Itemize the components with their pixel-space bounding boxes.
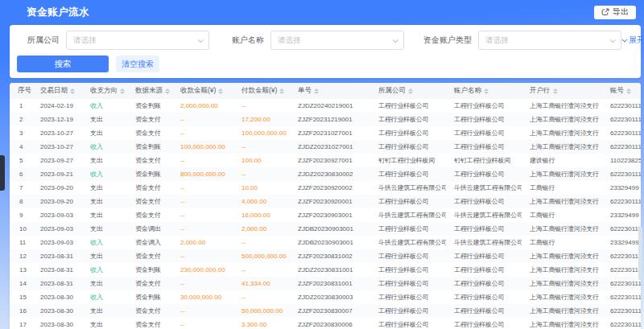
cell-account_no: 23329499: [602, 181, 641, 195]
column-header-company[interactable]: 所属公司: [370, 83, 446, 99]
column-header-label: 收支方向: [90, 86, 118, 96]
cell-index: 9: [10, 208, 32, 222]
table-row: 112023-09-03收入资金调入2,000.00--ZJDB20230903…: [10, 236, 641, 249]
cell-index: 1: [10, 99, 32, 113]
title-bar: 资金账户流水 导出: [0, 0, 644, 24]
cell-direction: 支出: [82, 222, 127, 236]
cell-direction: 收入: [82, 140, 127, 154]
table-row: 122023-08-31支出资金支付--500,000,000.00ZJZF20…: [10, 249, 641, 263]
cell-source: 资金支付: [127, 113, 172, 126]
sort-carets-icon: [553, 88, 558, 94]
cell-date: 2023-12-19: [32, 113, 82, 126]
cell-income: --: [172, 249, 233, 263]
cell-company: 工程行业样板公司: [370, 318, 446, 329]
cell-source: 资金支付: [127, 181, 172, 195]
cell-account_no: 23329499: [602, 208, 641, 222]
cell-doc_no: ZJZF20230920002: [290, 181, 370, 195]
export-button[interactable]: 导出: [594, 6, 636, 19]
cell-date: 2023-10-27: [32, 126, 82, 140]
cell-direction: 支出: [82, 208, 127, 222]
filter-group-account-type: 资金账户类型 请选择: [423, 31, 621, 50]
cell-doc_no: ZJDZ20240219001: [290, 99, 370, 113]
cell-source: 资金支付: [127, 195, 172, 208]
account-name-filter-select[interactable]: 请选择: [270, 31, 404, 50]
company-filter-placeholder: 请选择: [73, 35, 97, 46]
cell-account_name: 斗拱云建筑工程有限公司: [446, 208, 522, 222]
cell-index: 7: [10, 181, 32, 195]
cell-date: 2023-08-30: [32, 304, 82, 318]
cell-account_no: 622230111: [602, 195, 641, 208]
column-header-label: 付款金额(¥): [242, 86, 277, 96]
cell-bank: 上海工商银行漕河泾支行: [522, 249, 602, 263]
cell-date: 2023-09-03: [32, 236, 82, 249]
cell-income: --: [172, 181, 233, 195]
export-icon: [601, 8, 609, 16]
column-header-account_name[interactable]: 账户名称: [446, 83, 522, 99]
cell-payment: --: [233, 263, 290, 277]
cell-doc_no: ZJDB20230903001: [290, 236, 370, 249]
search-button[interactable]: 搜索: [17, 56, 109, 72]
cell-account_no: 622230111: [602, 126, 641, 140]
cell-doc_no: ZJDB20230903001: [290, 222, 370, 236]
cell-payment: 100.00: [233, 154, 290, 167]
column-header-bank[interactable]: 开户行: [522, 83, 602, 99]
cell-payment: 16,000.00: [233, 208, 290, 222]
expand-filters-link[interactable]: 展开筛选: [621, 35, 644, 46]
scrollbar-thumb[interactable]: [638, 227, 642, 280]
cell-payment: 50,000,000.00: [233, 304, 290, 318]
filter-group-account-name: 账户名称 请选择: [232, 31, 404, 50]
sort-carets-icon: [484, 88, 489, 94]
cell-doc_no: ZJZF20231027001: [290, 126, 370, 140]
cell-payment: --: [233, 99, 290, 113]
sort-carets-icon: [120, 88, 125, 94]
cell-income: --: [172, 318, 233, 329]
column-header-doc_no[interactable]: 单号: [290, 83, 370, 99]
cell-bank: 上海工商银行漕河泾支行: [522, 304, 602, 318]
cell-account_no: 622230111: [602, 249, 641, 263]
column-header-direction[interactable]: 收支方向: [82, 83, 127, 99]
cell-account_name: 工程行业样板公司: [446, 263, 522, 277]
cell-bank: 建设银行: [522, 154, 602, 167]
column-header-payment[interactable]: 付款金额(¥): [233, 83, 290, 99]
cell-income: --: [172, 195, 233, 208]
table-row: 62023-09-21收入资金到账800,000,000.00--ZJDZ202…: [10, 167, 641, 181]
cell-direction: 支出: [82, 304, 127, 318]
cell-direction: 收入: [82, 99, 127, 113]
cell-date: 2023-09-20: [32, 181, 82, 195]
clear-search-button[interactable]: 清空搜索: [116, 56, 159, 72]
page-title: 资金账户流水: [27, 6, 89, 19]
cell-bank: 上海工商银行漕河泾支行: [522, 113, 602, 126]
cell-bank: 上海工商银行漕河泾支行: [522, 99, 602, 113]
cell-date: 2023-09-27: [32, 154, 82, 167]
cell-account_no: 622230111: [602, 290, 641, 304]
chevron-down-icon: [621, 36, 627, 42]
cell-bank: 工商银行: [522, 208, 602, 222]
cell-source: 资金支付: [127, 277, 172, 290]
column-header-source[interactable]: 数据来源: [127, 83, 172, 99]
column-header-date[interactable]: 交易日期: [32, 83, 82, 99]
drawer-handle[interactable]: [0, 155, 5, 191]
cell-income: --: [172, 154, 233, 167]
cell-source: 资金支付: [127, 249, 172, 263]
cell-date: 2023-09-03: [32, 208, 82, 222]
company-filter-select[interactable]: 请选择: [66, 31, 209, 50]
column-header-account_no[interactable]: 账号: [602, 83, 641, 99]
cell-source: 资金调入: [127, 236, 172, 249]
table-row: 72023-09-20支出资金支付--10.00ZJZF20230920002斗…: [10, 181, 641, 195]
account-type-filter-select[interactable]: 请选择: [478, 31, 621, 50]
cell-account_name: 工程行业样板公司: [446, 249, 522, 263]
cell-source: 资金支付: [127, 304, 172, 318]
table-row: 142023-08-31支出资金支付--41,334.00ZJZF2023083…: [10, 277, 641, 290]
table-header-row: 序号交易日期收支方向数据来源收款金额(¥)付款金额(¥)单号所属公司账户名称开户…: [10, 83, 641, 99]
cell-payment: 17,200.00: [233, 113, 290, 126]
chevron-down-icon: [198, 37, 204, 43]
cell-bank: 上海工商银行漕河泾支行: [522, 277, 602, 290]
cell-direction: 支出: [82, 195, 127, 208]
column-header-income[interactable]: 收款金额(¥): [172, 83, 233, 99]
cell-payment: 2,000.00: [233, 222, 290, 236]
cell-date: 2024-02-19: [32, 99, 82, 113]
cell-index: 4: [10, 140, 32, 154]
cell-income: 2,000.00: [172, 236, 233, 249]
cell-source: 资金到账: [127, 167, 172, 181]
table-row: 82023-09-20支出资金支付--4,000.00ZJZF202309200…: [10, 195, 641, 208]
